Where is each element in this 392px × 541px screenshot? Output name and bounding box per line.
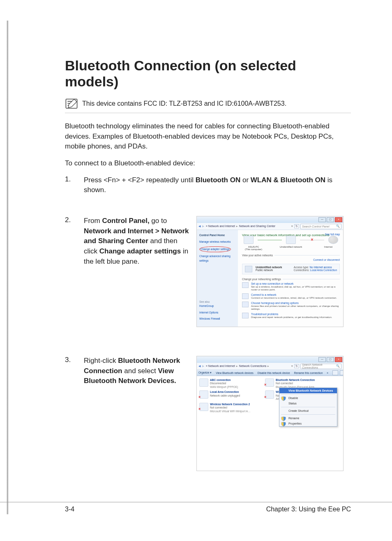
network-diagram [244,236,338,244]
menu-item[interactable]: Properties [279,421,337,426]
step-text: Press <Fn> + <F2> repeatedly until Bluet… [84,175,351,195]
document-page: Bluetooth Connection (on selected models… [0,0,392,541]
page-number: 3-4 [65,506,74,513]
see-windows-firewall[interactable]: Windows Firewall [199,317,235,321]
fcc-note-text: This device contains FCC ID: TLZ-BT253 a… [82,100,286,107]
connect-disconnect-link[interactable]: Connect or disconnect [242,258,340,261]
shield-icon [281,422,286,427]
adapter-icon: × [265,390,274,399]
window-titlebar: — ▢ × [197,356,343,363]
screenshot-network-sharing-center: — ▢ × ◀ ▶ « Network and Internet▸Network… [196,216,344,327]
view-mode-icon[interactable] [332,370,338,375]
option-icon [242,293,249,299]
search-icon: 🔍 [336,365,340,368]
lac-link[interactable]: Local Area Connection [310,269,337,272]
fwd-icon[interactable]: ▶ [202,225,204,228]
window-titlebar: — ▢ × [197,216,343,223]
address-bar: ◀ ▶ « Network and Internet▸Network Conne… [197,363,343,370]
binding-shadow [7,21,8,514]
step-num: 1. [65,175,84,183]
bench-icon [245,266,252,272]
menu-item[interactable]: View Bluetooth Network Devices [279,388,337,393]
search-input[interactable]: Search Network Connections🔍 [300,364,341,369]
fcc-note-callout: This device contains FCC ID: TLZ-BT253 a… [65,95,351,113]
organize-menu[interactable]: Organize ▾ [198,371,212,374]
tb-overflow[interactable]: » [327,372,328,374]
step-2: 2. From Control Panel, go to Network and… [65,216,351,327]
link-line-broken [300,240,324,240]
lead-line: To connect to a Bluetooth-enabled device… [65,158,351,169]
networking-option[interactable]: Choose homegroup and sharing optionsAcce… [242,302,340,310]
menu-item[interactable]: Rename [279,416,337,421]
net-label: Internet [317,246,340,251]
menu-item[interactable]: Create Shortcut [279,408,337,413]
menu-item[interactable]: Status [279,401,337,406]
option-icon [242,313,249,318]
connection-item[interactable]: ×Local Area ConnectionNetwork cable unpl… [199,390,261,401]
intro-paragraph: Bluetooth technology eliminates the need… [65,121,351,152]
pc-icon [244,236,254,244]
maximize-button[interactable]: ▢ [327,357,334,362]
networking-option[interactable]: Set up a new connection or networkSet up… [242,282,340,291]
search-input[interactable]: Search Control Panel🔍 [300,224,341,229]
see-homegroup[interactable]: HomeGroup [199,304,235,308]
step-num: 3. [65,356,84,364]
network-icon [286,236,296,244]
minimize-button[interactable]: — [318,357,326,362]
close-button[interactable]: × [335,357,342,362]
cp-home-link[interactable]: Control Panel Home [199,233,235,237]
adapter-icon: × [199,390,208,399]
connections-grid: ABC connectionDisconnectedWAN Miniport (… [197,376,343,471]
see-internet-options[interactable]: Internet Options [199,311,235,315]
option-icon [242,282,249,288]
page-footer: 3-4 Chapter 3: Using the Eee PC [0,502,392,513]
back-icon[interactable]: ◀ [198,365,201,368]
tb-disable[interactable]: Disable this network device [258,372,290,374]
chapter-label: Chapter 3: Using the Eee PC [266,506,351,513]
connection-item[interactable]: ABC connectionDisconnectedWAN Miniport (… [199,378,261,389]
adapter-icon: × [265,378,274,387]
tb-rename[interactable]: Rename this connection [294,372,323,374]
pc-label: ASUS-PC(This computer) [242,246,265,251]
context-menu: View Bluetooth Network DevicesDisableSta… [279,388,337,427]
step-text: Right-click Bluetooth Network Connection… [84,356,196,386]
page-title: Bluetooth Connection (on selected models… [65,58,351,90]
step-3: 3. Right-click Bluetooth Network Connect… [65,356,351,471]
breadcrumb[interactable]: « Network and Internet▸Network Connectio… [206,365,290,368]
step-1: 1. Press <Fn> + <F2> repeatedly until Bl… [65,175,351,195]
command-bar: Organize ▾ View Bluetooth network device… [197,370,343,376]
active-network-panel: Unidentified networkPublic network Acces… [242,264,340,274]
minimize-button[interactable]: — [318,217,326,222]
maximize-button[interactable]: ▢ [327,217,334,222]
step1-b2: WLAN & Bluetooth ON [251,176,325,184]
connection-item[interactable]: ×Wireless Network Connection 2Not connec… [199,403,261,413]
search-icon: 🔍 [336,225,340,228]
change-adapter-link[interactable]: Change adapter settings [199,246,231,252]
preview-pane-icon[interactable] [340,370,344,375]
manage-wireless-link[interactable]: Manage wireless networks [199,240,235,244]
option-icon [242,302,249,307]
refresh-icon[interactable]: ↻ [294,364,299,368]
breadcrumb[interactable]: « Network and Internet▸Network and Shari… [206,225,290,228]
link-line-ok [258,240,282,240]
tb-view-bt[interactable]: View Bluetooth network devices [216,372,254,374]
change-settings-label: Change your networking settings [242,278,281,281]
advanced-sharing-link[interactable]: Change advanced sharing settings [199,254,235,263]
left-pane: Control Panel Home Manage wireless netwo… [197,230,238,327]
networking-option[interactable]: Troubleshoot problemsDiagnose and repair… [242,313,340,318]
adapter-icon: × [199,403,208,411]
see-also-header: See also [199,300,235,304]
address-bar: ◀ ▶ « Network and Internet▸Network and S… [197,223,343,230]
menu-item[interactable]: Disable [279,395,337,401]
refresh-icon[interactable]: ↻ [294,224,299,228]
step-num: 2. [65,216,84,224]
adapter-icon [199,378,208,387]
step1-pre: Press <Fn> + <F2> repeatedly until [84,176,196,184]
step-text: From Control Panel, go to Network and In… [84,216,196,267]
fwd-icon[interactable]: ▶ [202,365,204,368]
back-icon[interactable]: ◀ [198,225,201,228]
networking-option[interactable]: Connect to a networkConnect or reconnect… [242,293,340,299]
close-button[interactable]: × [335,217,342,222]
view-active-label: View your active networks [242,254,273,257]
step1-b1: Bluetooth ON [196,176,241,184]
